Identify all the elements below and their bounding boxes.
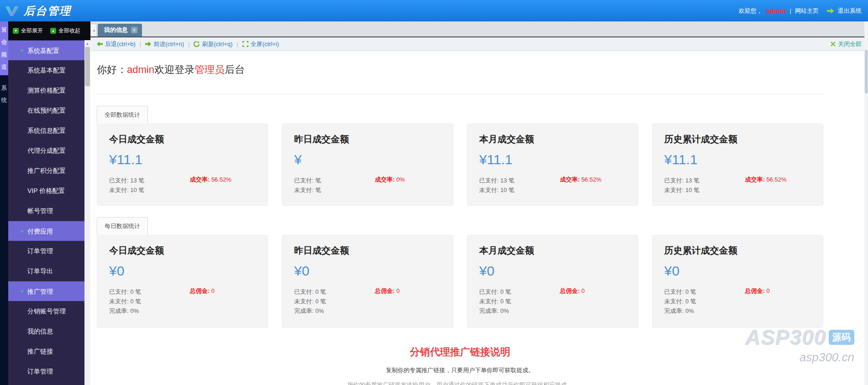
card-title: 本月成交金额: [479, 133, 626, 146]
separator: |: [790, 7, 791, 14]
sidebar-item-price-config[interactable]: 测算价格配置: [8, 80, 84, 100]
sidebar-item-promo-points-config[interactable]: 推广积分配置: [8, 161, 84, 181]
collapse-all-icon: ▲: [50, 28, 56, 34]
username: admin: [766, 7, 786, 15]
stat-card-history: 历史累计成交金额 ¥11.1 已支付: 13 笔 未支付: 10 笔 成交率: …: [652, 124, 823, 206]
expand-all-icon: ▼: [13, 28, 19, 34]
card-lines: 已支付: 0 笔 未支付: 0 笔 完成率: 0%: [294, 287, 375, 316]
section-tab-all-stats[interactable]: 全部数据统计: [97, 106, 148, 124]
tab-close-icon[interactable]: x: [131, 27, 137, 33]
page-scrollbar-thumb[interactable]: [865, 50, 868, 94]
card-title: 今日成交金额: [109, 133, 256, 146]
forward-arrow-icon: [145, 42, 151, 47]
card-rate: 成交率: 56.52%: [190, 176, 231, 195]
section-all-stats: 全部数据统计 今日成交金额 ¥11.1 已支付: 13 笔 未支付: 10 笔 …: [97, 105, 823, 206]
sidebar-item-online-booking-config[interactable]: 在线预约配置: [8, 100, 84, 120]
close-x-icon: [831, 42, 836, 47]
sidebar: ▼ 全部展开 ▲ 全部收起 系统基配置 系统基本配置 测算价格配置 在线预约配置…: [8, 21, 90, 385]
separator: |: [140, 41, 141, 47]
card-lines: 已支付: 笔 未支付: 笔: [294, 176, 375, 195]
back-button[interactable]: 后退(ctrl+b): [97, 40, 136, 48]
sidebar-scrollbar-thumb[interactable]: [85, 47, 90, 86]
sidebar-toolbar: ▼ 全部展开 ▲ 全部收起: [8, 21, 90, 40]
card-amount: ¥11.1: [109, 152, 256, 167]
stat-card-yesterday: 昨日成交金额 ¥ 已支付: 笔 未支付: 笔 成交率: 0%: [282, 124, 453, 206]
card-lines: 已支付: 13 笔 未支付: 10 笔: [479, 176, 560, 195]
sidebar-item-vip-price-config[interactable]: VIP 价格配置: [8, 181, 84, 201]
back-arrow-icon: [97, 42, 103, 47]
site-home-link[interactable]: 网站主页: [795, 7, 819, 15]
card-commission: 总佣金: 0: [375, 287, 400, 316]
card-title: 本月成交金额: [479, 245, 626, 257]
sidebar-item-system-basic-config[interactable]: 系统基本配置: [8, 60, 84, 80]
top-header-bar: 后台管理 欢迎您， admin | 网站主页 退出系统: [0, 0, 868, 21]
chevron-down-icon: [20, 50, 24, 52]
card-amount: ¥0: [109, 263, 256, 279]
card-amount: ¥0: [664, 263, 811, 279]
sidebar-item-account-management[interactable]: 帐号管理: [8, 201, 84, 221]
sidebar-group-system-config[interactable]: 系统基配置: [8, 40, 84, 60]
collapse-all-button[interactable]: ▲ 全部收起: [50, 27, 80, 35]
refresh-button[interactable]: 刷新(ctrl+q): [194, 40, 232, 48]
daily-card-today: 今日成交金额 ¥0 已支付: 0 笔 未支付: 0 笔 完成率: 0% 总佣金:…: [97, 235, 268, 328]
card-lines: 已支付: 0 笔 未支付: 0 笔 完成率: 0%: [479, 287, 560, 316]
chevron-down-icon: [20, 291, 24, 293]
fullscreen-icon: [242, 41, 248, 47]
logo-icon: [5, 5, 20, 17]
sidebar-item-order-management-2[interactable]: 订单管理: [8, 361, 84, 381]
channel-tab-system[interactable]: 系统: [0, 79, 8, 109]
logout-link[interactable]: 退出系统: [838, 7, 862, 15]
card-amount: ¥11.1: [479, 152, 626, 167]
card-title: 今日成交金额: [109, 245, 256, 257]
section-tab-daily-stats[interactable]: 每日数据统计: [97, 217, 148, 235]
sidebar-group-promotion[interactable]: 推广管理: [8, 281, 84, 301]
page-scrollbar[interactable]: [864, 21, 868, 385]
sidebar-item-system-info-config[interactable]: 系统信息配置: [8, 120, 84, 140]
scrollbar-up-arrow-icon[interactable]: ▲: [84, 40, 90, 47]
card-rate: 成交率: 56.52%: [745, 176, 786, 195]
channel-tab-suanming[interactable]: 算命频道: [0, 21, 8, 75]
welcome-text: 欢迎您，: [738, 7, 762, 15]
expand-all-button[interactable]: ▼ 全部展开: [13, 27, 43, 35]
card-amount: ¥0: [479, 263, 626, 279]
card-amount: ¥0: [294, 263, 441, 279]
channel-strip: 算命频道 系统: [0, 21, 8, 385]
separator: |: [188, 41, 189, 47]
close-all-button[interactable]: 关闭全部: [831, 40, 862, 48]
sidebar-item-my-info[interactable]: 我的信息: [8, 321, 84, 341]
tab-my-info[interactable]: 我的信息 x: [98, 24, 142, 36]
card-title: 昨日成交金额: [294, 245, 441, 257]
section-daily-stats: 每日数据统计 今日成交金额 ¥0 已支付: 0 笔 未支付: 0 笔 完成率: …: [97, 217, 823, 328]
card-title: 历史累计成交金额: [664, 245, 811, 257]
main-area: ◂ 我的信息 x 后退(ctrl+b) | 前进(ctrl+n) | 刷新(ct…: [90, 21, 868, 385]
card-amount: ¥: [294, 152, 441, 167]
separator: |: [237, 41, 238, 47]
sidebar-item-order-management[interactable]: 订单管理: [8, 241, 84, 261]
brand: 后台管理: [5, 4, 71, 18]
card-amount: ¥11.1: [664, 152, 811, 167]
card-commission: 总佣金: 0: [745, 287, 769, 316]
content-panel: 你好：admin欢迎登录管理员后台 全部数据统计 今日成交金额 ¥11.1 已支…: [90, 51, 868, 385]
promo-section: 分销代理推广链接说明 复制你的专属推广链接，只要用户下单你即可获取提成。 把你的…: [97, 345, 823, 385]
card-title: 昨日成交金额: [294, 133, 441, 146]
card-rate: 成交率: 0%: [375, 176, 405, 195]
sidebar-scrollbar[interactable]: ▲: [84, 40, 90, 385]
forward-button[interactable]: 前进(ctrl+n): [145, 40, 184, 48]
greeting-text: 你好：admin欢迎登录管理员后台: [97, 51, 823, 94]
tab-strip: ◂ 我的信息 x: [90, 21, 868, 37]
sidebar-item-agent-share-config[interactable]: 代理分成配置: [8, 140, 84, 161]
fullscreen-button[interactable]: 全屏(ctrl+i): [242, 40, 279, 48]
sidebar-item-promo-link[interactable]: 推广链接: [8, 341, 84, 361]
tab-scroll-left-button[interactable]: ◂: [90, 24, 97, 36]
sidebar-group-paid-apps[interactable]: 付费应用: [8, 221, 84, 241]
card-commission: 总佣金: 0: [190, 287, 215, 316]
chevron-down-icon: [20, 230, 24, 233]
sidebar-item-distributor-accounts[interactable]: 分销账号管理: [8, 301, 84, 321]
daily-card-history: 历史累计成交金额 ¥0 已支付: 0 笔 未支付: 0 笔 完成率: 0% 总佣…: [652, 235, 823, 328]
sidebar-item-order-export[interactable]: 订单导出: [8, 261, 84, 281]
card-lines: 已支付: 0 笔 未支付: 0 笔 完成率: 0%: [109, 287, 190, 316]
daily-card-month: 本月成交金额 ¥0 已支付: 0 笔 未支付: 0 笔 完成率: 0% 总佣金:…: [467, 235, 638, 328]
nav-toolbar: 后退(ctrl+b) | 前进(ctrl+n) | 刷新(ctrl+q) | 全…: [90, 37, 868, 51]
card-lines: 已支付: 0 笔 未支付: 0 笔 完成率: 0%: [664, 287, 745, 316]
card-lines: 已支付: 13 笔 未支付: 10 笔: [109, 176, 190, 195]
